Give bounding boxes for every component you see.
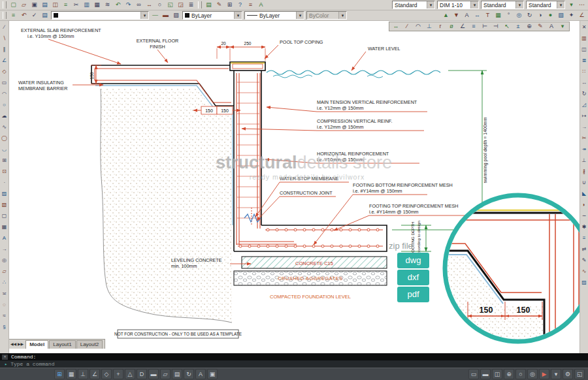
- transparency-icon[interactable]: ▱: [160, 369, 171, 379]
- multiline-icon[interactable]: ∥: [1, 44, 8, 54]
- dynamic-input-icon[interactable]: D: [137, 369, 147, 379]
- reverse-icon[interactable]: ⇄: [580, 244, 588, 254]
- render-icon[interactable]: ●: [546, 11, 555, 20]
- distance-icon[interactable]: ∠: [577, 11, 587, 20]
- pan-tool-icon[interactable]: ⊕: [504, 369, 514, 379]
- selection-cycling-icon[interactable]: ↻: [184, 369, 194, 379]
- send-to-back-icon[interactable]: ▼: [451, 11, 461, 20]
- mtext-icon[interactable]: A: [1, 233, 8, 243]
- match-properties-icon[interactable]: ≋: [103, 1, 112, 9]
- tab-model[interactable]: Model: [25, 340, 48, 349]
- wipeout-icon[interactable]: ▱: [1, 266, 8, 276]
- polyline-edit-icon[interactable]: ✎: [580, 255, 588, 265]
- layout-tab-icon[interactable]: ▬: [480, 369, 491, 379]
- boundary-icon[interactable]: ◌: [1, 300, 8, 309]
- tab-layout2[interactable]: Layout2: [76, 340, 103, 349]
- zoom-window-icon[interactable]: ◱: [165, 1, 175, 9]
- dynamic-ucs-icon[interactable]: △: [125, 369, 135, 379]
- ordinate-icon[interactable]: ⊥: [424, 23, 434, 30]
- gradient-icon[interactable]: ▧: [1, 200, 8, 210]
- chamfer-icon[interactable]: ◣: [580, 189, 588, 198]
- offset-icon[interactable]: ≣: [580, 55, 588, 65]
- table-icon[interactable]: ▦: [1, 222, 8, 232]
- polygon-icon[interactable]: ◇: [1, 67, 8, 76]
- dimension-edit-icon[interactable]: ✎: [535, 23, 546, 30]
- zoom-tool-icon[interactable]: ○: [515, 369, 526, 379]
- dim-style-icon[interactable]: ▾: [557, 23, 568, 30]
- bring-to-front-icon[interactable]: ▲: [441, 11, 451, 20]
- redo-icon[interactable]: ↷: [123, 1, 133, 9]
- lengthen-icon[interactable]: →: [580, 122, 588, 132]
- construction-line-icon[interactable]: ∖: [1, 33, 8, 43]
- fillet-icon[interactable]: ◗: [580, 200, 588, 210]
- new-file-icon[interactable]: ▢: [8, 1, 18, 9]
- open-file-icon[interactable]: ▱: [19, 1, 29, 9]
- explode-icon[interactable]: ✱: [580, 222, 588, 232]
- ellipse-arc-icon[interactable]: ◡: [1, 144, 8, 154]
- shade-icon[interactable]: ◑: [535, 11, 545, 20]
- blend-icon[interactable]: ∼: [580, 211, 588, 221]
- materials-icon[interactable]: ▧: [556, 11, 566, 20]
- pan-icon[interactable]: ↔: [144, 1, 154, 9]
- trim-icon[interactable]: ✂: [580, 133, 588, 143]
- chevron-down-icon[interactable]: ▾: [140, 12, 148, 19]
- move-icon[interactable]: ↔: [580, 78, 588, 87]
- hyperlink-icon[interactable]: ∞: [134, 1, 144, 9]
- tab-nav-arrows[interactable]: ◀◀ ▶▶: [10, 340, 24, 349]
- mirror-icon[interactable]: ◫: [580, 44, 588, 54]
- helix-icon[interactable]: §: [1, 322, 8, 332]
- linetype-icon[interactable]: —: [150, 11, 160, 20]
- dimension-style-icon[interactable]: ↔: [472, 11, 482, 20]
- color-control-combo[interactable]: ByLayer ▾: [182, 11, 242, 20]
- save-icon[interactable]: ▣: [29, 1, 39, 9]
- ray-icon[interactable]: →: [1, 244, 8, 254]
- hatch-icon[interactable]: ▨: [1, 189, 8, 198]
- annotation-monitor-icon[interactable]: A: [195, 369, 206, 379]
- spline-edit-icon[interactable]: ∿: [580, 266, 588, 276]
- toolbar-grip[interactable]: [3, 12, 7, 19]
- tolerance-icon[interactable]: ±: [513, 23, 523, 30]
- workspace-switch-icon[interactable]: ⚙: [563, 369, 573, 379]
- markup-icon[interactable]: ✎: [214, 1, 224, 9]
- ortho-icon[interactable]: ⊥: [78, 369, 88, 379]
- chevron-down-icon[interactable]: ▾: [557, 1, 564, 8]
- zoom-previous-icon[interactable]: ◲: [176, 1, 186, 9]
- layer-list-icon[interactable]: ≡: [246, 1, 255, 9]
- toolbar-grip[interactable]: [3, 1, 7, 8]
- sketch-icon[interactable]: ≈: [1, 311, 8, 321]
- drawing-area[interactable]: ↔∕◠⊥rø∠≡⊢⊣↖±⊕✎A▾: [9, 21, 580, 353]
- osnap-icon[interactable]: ◇: [101, 369, 112, 379]
- lights-icon[interactable]: ✦: [566, 11, 576, 20]
- dxf-badge[interactable]: dxf: [397, 270, 429, 285]
- join-icon[interactable]: ∪: [580, 178, 588, 187]
- erase-icon[interactable]: ✕: [580, 22, 588, 32]
- undo-icon[interactable]: ↶: [113, 1, 123, 9]
- point-icon[interactable]: ∙: [1, 178, 8, 187]
- chevron-down-icon[interactable]: ▾: [338, 12, 346, 19]
- make-layer-current-icon[interactable]: ✓: [29, 11, 39, 20]
- zoom-realtime-icon[interactable]: ○: [155, 1, 165, 9]
- quick-dimension-icon[interactable]: ≡: [468, 23, 479, 30]
- lineweight-toggle-icon[interactable]: ▬: [148, 369, 159, 379]
- chevron-down-icon[interactable]: ▾: [234, 12, 242, 19]
- table-style-icon[interactable]: ▦: [493, 11, 503, 20]
- baseline-icon[interactable]: ⊢: [480, 23, 490, 30]
- hatch-edit-icon[interactable]: ▨: [580, 277, 588, 287]
- layer-states-icon[interactable]: ▤: [40, 11, 50, 20]
- paste-icon[interactable]: ▦: [92, 1, 102, 9]
- angular-icon[interactable]: ∠: [457, 23, 468, 30]
- steering-wheel-icon[interactable]: ◎: [527, 369, 538, 379]
- copy-icon[interactable]: ▥: [82, 1, 91, 9]
- style-combo[interactable]: Standard ▾: [392, 1, 435, 9]
- polyline-icon[interactable]: ∠: [1, 55, 8, 65]
- leader-icon[interactable]: ↖: [502, 23, 512, 30]
- annotation-icon[interactable]: A: [462, 11, 472, 20]
- ellipse-icon[interactable]: ◯: [1, 133, 8, 143]
- extend-icon[interactable]: ↠: [580, 144, 588, 154]
- aligned-dimension-icon[interactable]: ∕: [402, 23, 412, 30]
- revision-cloud-icon[interactable]: ☁: [1, 111, 8, 121]
- align-icon[interactable]: ≡: [580, 233, 588, 243]
- plot-style-combo[interactable]: ByColor ▾: [306, 11, 347, 20]
- options-icon[interactable]: ⋯: [577, 1, 587, 9]
- quickcalc-icon[interactable]: ⊞: [225, 1, 235, 9]
